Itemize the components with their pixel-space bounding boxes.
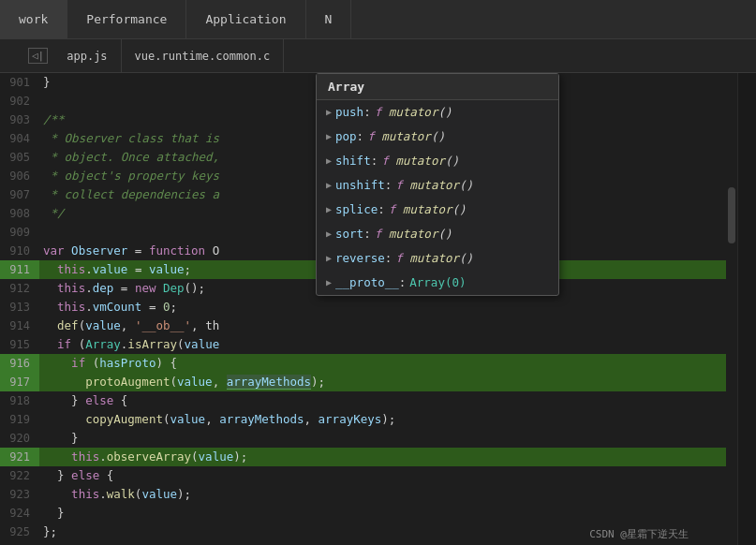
table-row: 922 } else { <box>0 466 726 485</box>
table-row: 926 <box>0 541 726 545</box>
tooltip-item: ▶ splice : f mutator() <box>317 198 558 222</box>
expand-arrow-icon: ▶ <box>326 200 332 219</box>
nav-tab-n[interactable]: N <box>306 0 352 38</box>
minimap <box>737 73 756 545</box>
tooltip-item: ▶ pop : f mutator() <box>317 125 558 149</box>
table-row: 920 } <box>0 429 726 448</box>
code-area: 901 } 902 903 /** 904 * Observer class t… <box>0 73 756 545</box>
top-nav: work Performance Application N <box>0 0 756 39</box>
table-row: 913 this.vmCount = 0; <box>0 298 726 317</box>
tooltip-item: ▶ sort : f mutator() <box>317 222 558 246</box>
file-tab-vue-runtime[interactable]: vue.runtime.common.c <box>122 39 285 72</box>
table-row: 915 if (Array.isArray(value <box>0 335 726 354</box>
table-row: 914 def(value, '__ob__', th <box>0 317 726 335</box>
expand-arrow-icon: ▶ <box>326 176 332 195</box>
sidebar-toggle-icon: ◁| <box>28 48 48 64</box>
table-row: 917 protoAugment(value, arrayMethods); <box>0 373 726 391</box>
tooltip-popup: Array ▶ push : f mutator() ▶ pop : f mut… <box>316 73 559 296</box>
scrollbar-track[interactable] <box>726 73 737 545</box>
table-row: 923 this.walk(value); <box>0 485 726 504</box>
table-row: 919 copyAugment(value, arrayMethods, arr… <box>0 410 726 429</box>
nav-tab-work[interactable]: work <box>0 0 67 38</box>
nav-tab-performance[interactable]: Performance <box>67 0 186 38</box>
code-editor[interactable]: 901 } 902 903 /** 904 * Observer class t… <box>0 73 726 545</box>
table-row: 924 } <box>0 504 726 523</box>
tooltip-item: ▶ shift : f mutator() <box>317 149 558 173</box>
table-row: 918 } else { <box>0 391 726 410</box>
tooltip-item: ▶ __proto__ : Array(0) <box>317 271 558 295</box>
table-row: 921 this.observeArray(value); <box>0 448 726 466</box>
nav-tab-application[interactable]: Application <box>186 0 305 38</box>
file-tabs: ◁| app.js vue.runtime.common.c <box>0 39 756 73</box>
expand-arrow-icon: ▶ <box>326 152 332 170</box>
expand-arrow-icon: ▶ <box>326 103 332 122</box>
tooltip-item: ▶ reverse : f mutator() <box>317 246 558 271</box>
tooltip-item: ▶ unshift : f mutator() <box>317 173 558 198</box>
expand-arrow-icon: ▶ <box>326 249 332 268</box>
table-row: 916 if (hasProto) { <box>0 354 726 373</box>
credit-text: CSDN @星霜下逆天生 <box>589 527 689 541</box>
expand-arrow-icon: ▶ <box>326 225 332 243</box>
expand-arrow-icon: ▶ <box>326 127 332 146</box>
scrollbar-thumb[interactable] <box>728 187 735 243</box>
expand-arrow-icon: ▶ <box>326 273 332 292</box>
tooltip-item: ▶ push : f mutator() <box>317 100 558 125</box>
file-tab-appjs[interactable]: app.js <box>53 39 121 72</box>
tooltip-title: Array <box>317 74 558 100</box>
